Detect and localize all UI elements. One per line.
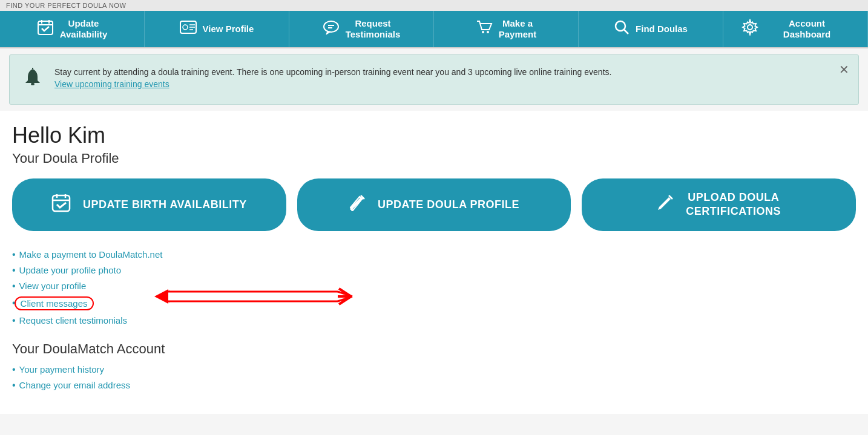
svg-point-16 [748, 25, 752, 30]
link-item-update-photo: • Update your profile photo [12, 265, 856, 276]
client-messages-link[interactable]: Client messages [21, 298, 88, 309]
pencil-btn-icon-1 [349, 194, 366, 215]
nav-item-find-doulas[interactable]: Find Doulas [579, 11, 723, 47]
svg-rect-0 [38, 21, 53, 34]
notification-banner: Stay current by attending a doula traini… [9, 54, 859, 105]
bullet: • [12, 380, 16, 391]
payment-history-link[interactable]: Your payment history [19, 364, 104, 374]
nav-item-view-profile[interactable]: View Profile [145, 11, 289, 47]
bullet: • [12, 315, 16, 326]
cart-icon [476, 19, 493, 39]
svg-point-9 [324, 21, 338, 32]
main-content: Hello Kim Your Doula Profile UPDATE BIRT… [0, 111, 868, 414]
bullet: • [12, 249, 16, 260]
link-item-payment-history: • Your payment history [12, 364, 856, 375]
nav-label-view-profile: View Profile [203, 24, 254, 34]
action-buttons: UPDATE BIRTH AVAILABILITY UPDATE DOULA P… [12, 178, 856, 231]
svg-rect-19 [53, 195, 70, 211]
nav-item-request-testimonials[interactable]: RequestTestimonials [289, 11, 434, 47]
svg-line-36 [338, 292, 352, 296]
close-notification-button[interactable]: ✕ [839, 62, 849, 77]
nav-label-account-dashboard: Account Dashboard [764, 18, 849, 40]
pencil-btn-icon-2 [657, 194, 674, 215]
magnifier-icon [614, 19, 630, 39]
calendar-check-icon [37, 19, 54, 39]
svg-point-14 [616, 21, 625, 31]
gear-icon [741, 19, 758, 39]
bullet: • [12, 364, 16, 375]
speech-bubble-icon [323, 19, 340, 39]
svg-point-13 [487, 31, 489, 33]
calendar-check-btn-icon [51, 193, 71, 217]
top-bar-label: FIND YOUR PERFECT DOULA NOW [0, 0, 868, 11]
account-links: • Your payment history • Change your ema… [12, 364, 856, 391]
update-birth-availability-label: UPDATE BIRTH AVAILABILITY [83, 198, 247, 211]
view-profile-link[interactable]: View your profile [19, 281, 87, 291]
arrow-container: • Client messages [12, 296, 856, 310]
upload-doula-certifications-label: UPLOAD DOULACERTIFICATIONS [686, 191, 781, 219]
bullet: • [12, 265, 16, 276]
link-item-make-payment: • Make a payment to DoulaMatch.net [12, 249, 856, 260]
update-doula-profile-button[interactable]: UPDATE DOULA PROFILE [297, 178, 571, 231]
svg-rect-17 [31, 83, 35, 85]
update-doula-profile-label: UPDATE DOULA PROFILE [378, 198, 519, 211]
link-item-request-testimonials: • Request client testimonials [12, 315, 856, 326]
client-messages-highlight: Client messages [15, 296, 94, 310]
profile-links: • Make a payment to DoulaMatch.net • Upd… [12, 249, 856, 326]
profile-section-title: Your Doula Profile [12, 151, 856, 166]
notification-text: Stay current by attending a doula traini… [54, 66, 611, 79]
link-item-client-messages: • Client messages [12, 296, 856, 310]
nav-item-make-payment[interactable]: Make aPayment [434, 11, 579, 47]
nav-label-make-payment: Make aPayment [499, 18, 537, 40]
upload-doula-certifications-button[interactable]: UPLOAD DOULACERTIFICATIONS [582, 178, 856, 231]
nav-label-update-availability: UpdateAvailability [60, 18, 108, 40]
greeting: Hello Kim [12, 123, 856, 148]
notification-link[interactable]: View upcoming training events [54, 79, 169, 89]
nav-item-account-dashboard[interactable]: Account Dashboard [723, 11, 868, 47]
svg-line-15 [624, 30, 628, 34]
update-birth-availability-button[interactable]: UPDATE BIRTH AVAILABILITY [12, 178, 286, 231]
request-testimonials-link[interactable]: Request client testimonials [19, 315, 127, 325]
svg-point-5 [183, 25, 188, 30]
svg-point-12 [482, 31, 484, 33]
bullet: • [12, 281, 16, 292]
id-card-icon [180, 21, 197, 38]
nav-label-request-testimonials: RequestTestimonials [346, 18, 401, 40]
nav-item-update-availability[interactable]: UpdateAvailability [0, 11, 145, 47]
link-item-view-profile: • View your profile [12, 281, 856, 292]
change-email-link[interactable]: Change your email address [19, 380, 130, 390]
account-section-title: Your DoulaMatch Account [12, 341, 856, 357]
bell-icon [22, 67, 44, 93]
update-photo-link[interactable]: Update your profile photo [19, 265, 121, 275]
nav: UpdateAvailability View Profile RequestT… [0, 11, 868, 48]
link-item-change-email: • Change your email address [12, 380, 856, 391]
nav-label-find-doulas: Find Doulas [636, 24, 688, 34]
make-payment-link[interactable]: Make a payment to DoulaMatch.net [19, 249, 163, 260]
